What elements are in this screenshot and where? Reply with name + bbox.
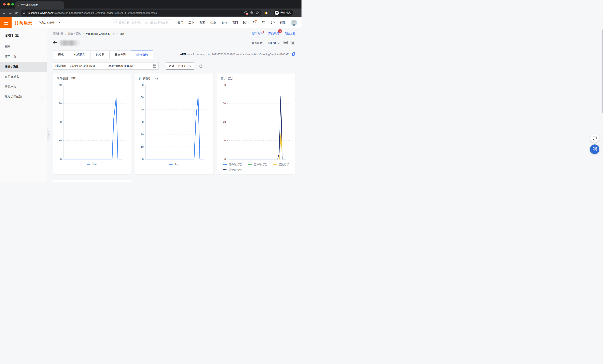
browser-toolbar: ← → ⟳ fc.console.aliyun.com/fc/service/c…	[0, 9, 302, 17]
sidebar-item[interactable]: 自定义域名	[0, 72, 47, 82]
svg-text:R: R	[266, 12, 268, 14]
legend-item[interactable]: Max	[87, 163, 97, 166]
legend-item[interactable]: 客户端错误	[248, 163, 267, 166]
service-version-label: 服务版本：	[252, 42, 265, 45]
tab-close-icon[interactable]: ✕	[59, 3, 62, 7]
refresh-icon[interactable]	[199, 64, 203, 68]
window-minimize-button[interactable]	[7, 3, 10, 5]
legend-item[interactable]: 总调用次数	[223, 168, 242, 172]
chart-plot: 403020100	[57, 82, 127, 160]
quick-link[interactable]: 产品动态5	[268, 32, 279, 35]
next-chart-card-partial	[53, 180, 131, 182]
search-input[interactable]	[119, 21, 170, 24]
legend-row: 服务端错误客户端错误函数错误	[223, 163, 289, 166]
sidebar-item[interactable]: 概览	[0, 42, 47, 52]
svg-text:20: 20	[223, 139, 226, 142]
region-selector[interactable]: 华东1（杭州）	[38, 21, 60, 24]
sidebar: 函数计算 概览应用中心服务 / 函数自定义域名资源中心最近访问函数	[0, 28, 47, 182]
quick-link[interactable]: 新手向导	[252, 32, 263, 35]
topnav-link[interactable]: 官网	[232, 21, 238, 24]
tab-active[interactable]: 函数指标	[131, 50, 153, 59]
reload-icon[interactable]: ⟳	[15, 11, 18, 15]
address-bar[interactable]: fc.console.aliyun.com/fc/service/cn-hang…	[21, 10, 262, 16]
chart-title: 执行时间（ms）	[139, 77, 209, 80]
aliyun-topnav: (-) 阿里云 华东1（杭州） 费用工单备案企业支持官网 ? 简体	[0, 17, 302, 28]
quick-link[interactable]: 帮助文档	[284, 32, 295, 35]
help-icon[interactable]: ?	[271, 21, 275, 24]
topnav-link[interactable]: 支持	[221, 21, 227, 24]
extension-icon[interactable]: R	[264, 11, 268, 15]
terminal-icon[interactable]	[243, 21, 247, 24]
topnav-link[interactable]: 企业	[210, 21, 216, 24]
sidebar-item[interactable]: 应用中心	[0, 52, 47, 62]
window-zoom-button[interactable]	[11, 3, 14, 5]
time-range-end[interactable]: 2020年8月21日 15:56	[108, 64, 133, 68]
notification-dot	[255, 20, 257, 22]
chevron-down-icon[interactable]	[126, 33, 128, 35]
forward-nav-icon[interactable]: →	[9, 11, 12, 15]
breadcrumb-item[interactable]: webapixxx-Greeting...	[86, 32, 111, 35]
calendar-icon[interactable]	[152, 64, 156, 68]
legend-label: 总调用次数	[229, 168, 242, 172]
chevron-down-icon	[189, 65, 192, 67]
hamburger-menu-icon[interactable]	[0, 17, 12, 28]
zoom-icon[interactable]	[250, 11, 254, 15]
topnav-link[interactable]: 工单	[188, 21, 194, 24]
browser-tab[interactable]: (-) 函数计算控制台 ✕	[15, 1, 64, 9]
cart-icon[interactable]	[262, 21, 266, 24]
language-switch[interactable]: 简体	[280, 21, 286, 24]
back-arrow-icon[interactable]	[53, 41, 57, 45]
sidebar-item-label: 概览	[5, 45, 11, 49]
avatar[interactable]	[291, 20, 297, 26]
global-search[interactable]	[112, 19, 172, 26]
aliyun-logo[interactable]: (-) 阿里云	[15, 20, 32, 25]
svg-text:10: 10	[141, 145, 144, 148]
tab-item[interactable]: 日志查询	[109, 50, 131, 59]
tab-item[interactable]: 代码执行	[69, 50, 91, 59]
notification-bell-icon[interactable]	[252, 21, 256, 25]
legend-item[interactable]: 函数错误	[273, 163, 289, 166]
topnav-menu: 费用工单备案企业支持官网	[177, 21, 238, 24]
quick-range-select[interactable]: 最近 24 小时	[166, 62, 194, 70]
sidebar-item[interactable]: 最近访问函数	[0, 92, 47, 101]
breadcrumb-item[interactable]: 服务 / 函数	[68, 32, 81, 35]
window-close-button[interactable]	[3, 3, 6, 5]
sidebar-item[interactable]: 资源中心	[0, 82, 47, 92]
new-tab-button[interactable]: +	[67, 2, 70, 7]
legend-dash-icon	[223, 169, 227, 170]
breadcrumb-item[interactable]: 函数计算	[53, 32, 63, 35]
service-version[interactable]: 服务版本： LATEST	[252, 41, 280, 45]
chart-card: 执行时间（ms）6050403020100Avg	[135, 73, 213, 175]
time-range-picker[interactable]: 时间范围 2020年8月20日 15:56 - 2020年8月21日 15:56	[53, 62, 159, 70]
arn-value: acs:fc:cn-hangzhou:1813774388953700:serv…	[188, 53, 290, 56]
monitor-check-icon[interactable]	[283, 41, 288, 46]
topnav-link[interactable]: 备案	[199, 21, 205, 24]
url-text: fc.console.aliyun.com/fc/service/cn-hang…	[28, 11, 242, 14]
svg-text:40: 40	[223, 120, 226, 124]
topnav-link[interactable]: 费用	[177, 21, 183, 24]
breadcrumb-row: 函数计算/服务 / 函数/webapixxx-Greeting.../test …	[53, 28, 295, 35]
legend-item[interactable]: Avg	[169, 163, 179, 166]
breadcrumb-item[interactable]: test	[120, 32, 124, 35]
chart-plot: 806040200	[221, 82, 291, 160]
chart-legend: Avg	[169, 163, 179, 166]
time-range-start[interactable]: 2020年8月20日 15:56	[70, 64, 95, 68]
copy-icon[interactable]	[292, 52, 295, 56]
bookmark-star-icon[interactable]	[255, 11, 259, 15]
chrome-menu-icon[interactable]: ⋮	[296, 11, 299, 15]
svg-text:20: 20	[141, 133, 144, 136]
legend-item[interactable]: 服务端错误	[223, 163, 242, 166]
back-nav-icon[interactable]: ←	[2, 11, 6, 15]
tab-item[interactable]: 概览	[53, 50, 69, 59]
sidebar-item-label: 最近访问函数	[5, 95, 22, 98]
quick-link-label: 帮助文档	[284, 32, 295, 35]
legend-dash-icon	[169, 164, 173, 165]
svg-text:50: 50	[141, 96, 144, 99]
sidebar-item[interactable]: 服务 / 函数	[0, 62, 47, 72]
bar-chart-icon[interactable]	[291, 41, 295, 46]
legend-row: Avg	[169, 163, 179, 166]
legend-dash-icon	[223, 164, 227, 165]
chevron-down-icon[interactable]	[113, 33, 115, 35]
cookies-blocked-icon[interactable]	[244, 11, 248, 15]
tab-item[interactable]: 触发器	[91, 50, 110, 59]
